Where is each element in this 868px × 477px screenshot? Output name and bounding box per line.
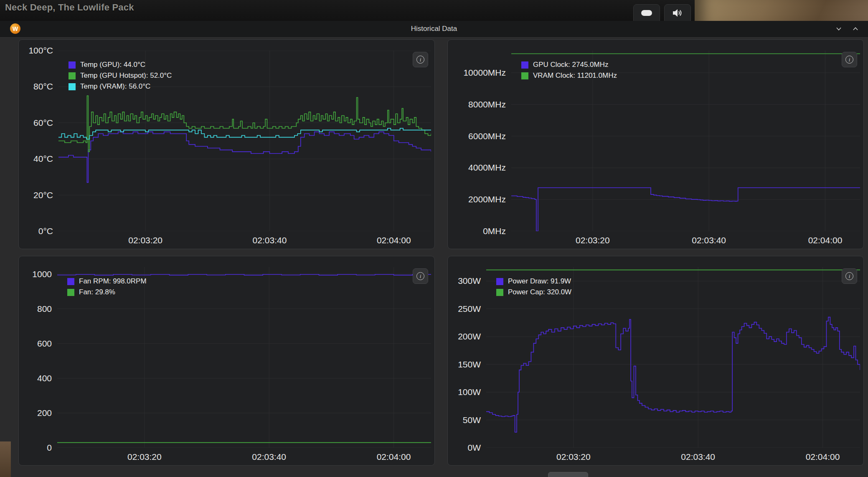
y-tick-label: 8000MHz: [468, 99, 506, 110]
legend-label: Fan: 29.8%: [79, 288, 115, 296]
legend: Power Draw: 91.9WPower Cap: 320.0W: [496, 277, 571, 296]
overlay-quick-buttons: [633, 4, 691, 21]
y-tick-label: 0°C: [38, 226, 53, 236]
volume-icon: [672, 8, 683, 18]
y-tick-label: 150W: [458, 360, 481, 370]
legend-label: VRAM Clock: 11201.0MHz: [533, 71, 617, 80]
legend-item: Temp (GPU Hotspot): 52.0°C: [69, 71, 172, 80]
y-tick-label: 80°C: [33, 82, 53, 92]
x-tick-label: 02:04:00: [377, 235, 411, 245]
y-tick-label: 0W: [468, 443, 481, 453]
legend-item: Power Cap: 320.0W: [496, 288, 571, 296]
legend-item: Fan RPM: 998.0RPM: [67, 277, 147, 286]
wallpaper-top-right: [695, 0, 868, 21]
x-tick-label: 02:03:40: [681, 452, 715, 462]
legend-swatch: [69, 72, 76, 79]
y-tick-label: 40°C: [33, 154, 53, 164]
collapse-button[interactable]: [833, 23, 845, 35]
series-power-draw: [486, 317, 860, 432]
record-icon: [641, 10, 652, 16]
y-tick-label: 400: [37, 373, 52, 383]
x-tick-label: 02:03:40: [692, 235, 726, 245]
x-tick-label: 02:03:20: [127, 452, 162, 462]
legend-label: Power Draw: 91.9W: [508, 277, 571, 286]
legend: Temp (GPU): 44.0°CTemp (GPU Hotspot): 52…: [69, 61, 172, 91]
legend-label: Temp (VRAM): 56.0°C: [80, 82, 150, 91]
x-axis: 02:03:2002:03:4002:04:00: [511, 231, 860, 249]
record-button[interactable]: [633, 4, 660, 21]
plot-area: Fan RPM: 998.0RPMFan: 29.8%: [57, 267, 431, 448]
legend-item: Power Draw: 91.9W: [496, 277, 571, 286]
volume-button[interactable]: [664, 4, 691, 21]
plot-area: GPU Clock: 2745.0MHzVRAM Clock: 11201.0M…: [511, 51, 860, 231]
legend-item: Temp (GPU): 44.0°C: [69, 61, 172, 69]
y-axis: 300W250W200W150W100W50W0W: [448, 267, 486, 448]
now-playing-text: Neck Deep, The Lowlife Pack: [5, 2, 134, 13]
info-button[interactable]: i: [842, 268, 857, 284]
y-tick-label: 0: [47, 443, 52, 453]
partial-ui-element[interactable]: [548, 472, 588, 477]
legend-label: GPU Clock: 2745.0MHz: [533, 61, 608, 69]
chart-panel-fan: 10008006004002000 Fan RPM: 998.0RPMFan: …: [18, 256, 435, 466]
y-tick-label: 4000MHz: [468, 163, 506, 173]
chart-panel-temperature: 100°C80°C60°C40°C20°C0°C Temp (GPU): 44.…: [18, 39, 435, 249]
x-tick-label: 02:03:40: [253, 235, 287, 245]
y-tick-label: 200W: [458, 332, 481, 342]
x-tick-label: 02:04:00: [808, 235, 843, 245]
y-tick-label: 20°C: [33, 190, 53, 200]
legend-item: Temp (VRAM): 56.0°C: [69, 82, 172, 91]
y-axis: 100°C80°C60°C40°C20°C0°C: [19, 51, 58, 231]
y-tick-label: 6000MHz: [468, 131, 506, 141]
x-tick-label: 02:04:00: [806, 452, 840, 462]
info-icon: i: [845, 272, 853, 280]
y-tick-label: 100°C: [28, 46, 53, 56]
legend-swatch: [67, 278, 74, 285]
legend-swatch: [521, 72, 528, 79]
x-axis: 02:03:2002:03:4002:04:00: [57, 448, 431, 465]
charts-grid: 100°C80°C60°C40°C20°C0°C Temp (GPU): 44.…: [0, 37, 868, 477]
x-axis: 02:03:2002:03:4002:04:00: [58, 231, 431, 249]
legend-label: Temp (GPU Hotspot): 52.0°C: [80, 71, 172, 80]
y-tick-label: 2000MHz: [468, 194, 506, 204]
chart-panel-power: 300W250W200W150W100W50W0W Power Draw: 91…: [447, 256, 864, 466]
chevron-up-icon: [852, 25, 859, 33]
window-titlebar[interactable]: W Historical Data: [0, 21, 868, 37]
plot-area: Temp (GPU): 44.0°CTemp (GPU Hotspot): 52…: [58, 51, 431, 231]
legend-item: Fan: 29.8%: [67, 288, 147, 296]
y-tick-label: 100W: [458, 387, 481, 397]
y-tick-label: 200: [37, 408, 52, 418]
chart-panel-clocks: 10000MHz8000MHz6000MHz4000MHz2000MHz0MHz…: [447, 39, 864, 249]
x-tick-label: 02:04:00: [377, 452, 411, 462]
chevron-down-icon: [835, 25, 843, 33]
legend-swatch: [521, 61, 528, 69]
x-axis: 02:03:2002:03:4002:04:00: [486, 448, 860, 465]
y-tick-label: 0MHz: [483, 226, 506, 236]
info-icon: i: [845, 56, 853, 64]
y-tick-label: 1000: [32, 269, 52, 279]
info-button[interactable]: i: [413, 52, 428, 67]
legend-swatch: [69, 61, 76, 69]
series-temp-hotspot: [58, 96, 431, 152]
y-tick-label: 300W: [458, 276, 481, 286]
y-axis: 10000MHz8000MHz6000MHz4000MHz2000MHz0MHz: [448, 51, 511, 231]
titlebar-actions: [833, 23, 861, 35]
series-gpu-clock: [511, 188, 860, 231]
info-button[interactable]: i: [413, 268, 428, 284]
y-axis: 10008006004002000: [19, 267, 57, 448]
legend-swatch: [496, 278, 503, 285]
info-button[interactable]: i: [842, 52, 857, 67]
wallpaper-bottom-left: [0, 441, 11, 477]
app-icon: W: [10, 23, 20, 34]
y-tick-label: 600: [37, 339, 52, 349]
y-tick-label: 10000MHz: [463, 68, 506, 78]
screen: Neck Deep, The Lowlife Pack W Historical…: [0, 0, 868, 477]
y-tick-label: 60°C: [33, 118, 53, 128]
legend-item: GPU Clock: 2745.0MHz: [521, 61, 617, 69]
info-icon: i: [416, 272, 424, 280]
y-tick-label: 250W: [458, 304, 481, 314]
legend-swatch: [67, 289, 74, 296]
expand-button[interactable]: [850, 23, 861, 35]
legend-swatch: [69, 83, 76, 90]
x-tick-label: 02:03:40: [252, 452, 286, 462]
y-tick-label: 800: [37, 304, 52, 314]
